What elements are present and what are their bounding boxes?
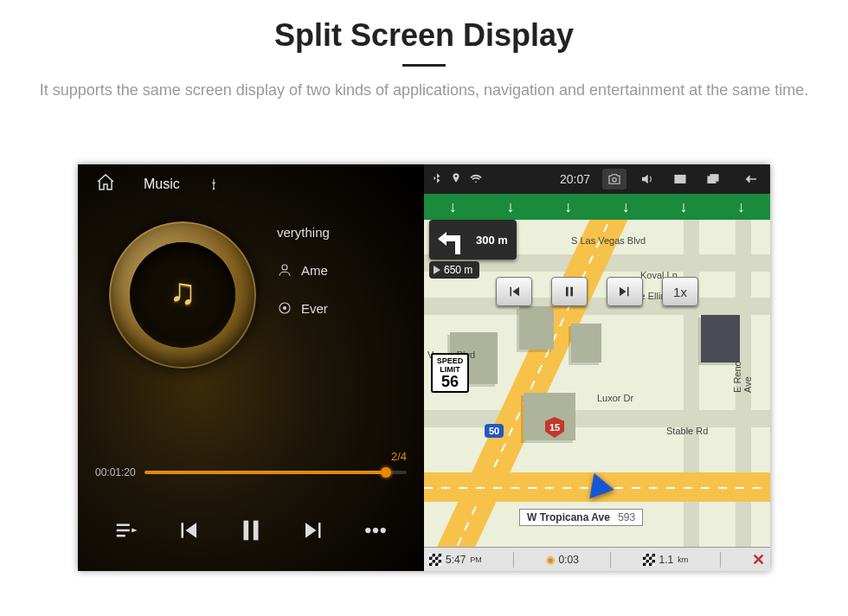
route-marker: 50 bbox=[485, 424, 504, 438]
trip-time: 0:03 bbox=[559, 554, 579, 566]
prev-track-button[interactable] bbox=[175, 517, 201, 547]
street-label: S Las Vegas Blvd bbox=[571, 235, 646, 246]
svg-point-7 bbox=[367, 529, 370, 532]
music-body: ♫ verything Ame Ever bbox=[78, 204, 424, 450]
svg-point-10 bbox=[455, 175, 457, 176]
svg-rect-16 bbox=[570, 287, 573, 297]
page-description: It supports the same screen display of t… bbox=[0, 79, 848, 102]
eta-time: 5:47 bbox=[446, 554, 466, 566]
track-title-row: verything bbox=[277, 213, 407, 251]
bottombar-separator bbox=[513, 552, 514, 568]
map-building bbox=[571, 324, 601, 363]
street-label: Stable Rd bbox=[666, 426, 708, 436]
turn-instruction: 300 m bbox=[429, 220, 517, 260]
destination-flag-icon bbox=[643, 554, 655, 566]
svg-rect-6 bbox=[254, 521, 259, 541]
music-source[interactable] bbox=[208, 178, 220, 190]
speed-limit-sign: SPEED LIMIT 56 bbox=[431, 353, 469, 393]
svg-point-1 bbox=[213, 188, 215, 189]
seek-bar[interactable] bbox=[145, 471, 407, 474]
overlay-pause-button[interactable] bbox=[551, 277, 588, 306]
trip-time-segment[interactable]: ◉ 0:03 bbox=[546, 554, 579, 566]
svg-point-8 bbox=[374, 529, 377, 532]
lane-arrow-icon: ↓ bbox=[449, 198, 457, 216]
bluetooth-icon bbox=[431, 172, 443, 187]
svg-rect-15 bbox=[566, 287, 569, 297]
statusbar-clock: 20:07 bbox=[560, 172, 594, 186]
seek-bar-knob[interactable] bbox=[381, 467, 391, 478]
disc-icon bbox=[277, 300, 292, 316]
lane-arrow-icon: ↓ bbox=[506, 198, 514, 216]
remaining-distance: 650 m bbox=[444, 264, 472, 276]
track-title: verything bbox=[277, 225, 330, 240]
screenshot-button[interactable] bbox=[602, 169, 626, 189]
svg-point-4 bbox=[284, 307, 286, 310]
street-label: E Reno Ave bbox=[732, 355, 753, 393]
track-index: 2/4 bbox=[95, 450, 407, 463]
svg-point-2 bbox=[282, 265, 287, 270]
bottombar-separator bbox=[610, 552, 611, 568]
eta-unit: PM bbox=[470, 555, 482, 564]
overlay-next-button[interactable] bbox=[607, 277, 643, 306]
satellite-icon: ◉ bbox=[546, 554, 555, 566]
playback-speed-value: 1x bbox=[673, 285, 687, 299]
close-app-button[interactable] bbox=[668, 169, 692, 189]
playlist-button[interactable] bbox=[113, 517, 139, 547]
more-button[interactable] bbox=[363, 517, 389, 547]
artist-name: Ame bbox=[301, 263, 328, 278]
music-controls bbox=[78, 493, 424, 571]
nav-bottom-bar: 5:47 PM ◉ 0:03 1.1 km ✕ bbox=[424, 547, 770, 571]
svg-point-9 bbox=[382, 529, 385, 532]
svg-rect-5 bbox=[243, 521, 248, 541]
location-icon bbox=[450, 172, 462, 187]
system-statusbar: 20:07 bbox=[424, 164, 770, 194]
lane-arrow-icon: ↓ bbox=[564, 198, 572, 216]
svg-rect-0 bbox=[213, 184, 214, 189]
lane-guidance-bar: ↓ ↓ ↓ ↓ ↓ ↓ bbox=[424, 194, 770, 220]
volume-button[interactable] bbox=[635, 169, 659, 189]
pause-button[interactable] bbox=[236, 516, 266, 549]
trip-distance-segment[interactable]: 1.1 km bbox=[643, 554, 689, 566]
lane-arrow-icon: ↓ bbox=[679, 198, 687, 216]
overlay-prev-button[interactable] bbox=[496, 277, 532, 306]
map-building bbox=[519, 306, 554, 350]
eta-segment[interactable]: 5:47 PM bbox=[429, 554, 482, 566]
person-icon bbox=[277, 262, 292, 278]
map-road bbox=[424, 410, 770, 427]
speed-limit-label: SPEED LIMIT bbox=[437, 356, 464, 374]
current-street-number: 593 bbox=[618, 511, 635, 523]
artist-row: Ame bbox=[277, 251, 407, 289]
page-title: Split Screen Display bbox=[0, 17, 848, 54]
music-topbar: Music bbox=[78, 164, 424, 204]
elapsed-time: 00:01:20 bbox=[95, 466, 136, 478]
split-screen-device: Music ♫ verything Ame Ever bbox=[78, 164, 770, 571]
street-label: Luxor Dr bbox=[597, 393, 633, 403]
album-row: Ever bbox=[277, 289, 407, 327]
remaining-distance-tag: 650 m bbox=[429, 261, 479, 279]
speed-limit-value: 56 bbox=[433, 374, 467, 389]
destination-flag-icon bbox=[429, 554, 441, 566]
svg-point-11 bbox=[613, 178, 617, 183]
back-button[interactable] bbox=[739, 169, 763, 189]
trip-distance-unit: km bbox=[678, 555, 688, 564]
album-art-dial: ♫ bbox=[109, 221, 256, 369]
current-street-name: W Tropicana Ave bbox=[527, 511, 610, 523]
nav-close-button[interactable]: ✕ bbox=[752, 550, 765, 569]
home-icon[interactable] bbox=[95, 172, 116, 196]
seek-bar-fill bbox=[145, 471, 386, 474]
current-street-banner: W Tropicana Ave 593 bbox=[519, 509, 643, 526]
music-note-icon: ♫ bbox=[169, 271, 196, 312]
turn-left-icon bbox=[434, 225, 469, 254]
music-app-label: Music bbox=[144, 176, 180, 192]
overlay-speed-button[interactable]: 1x bbox=[662, 277, 698, 306]
recent-apps-button[interactable] bbox=[701, 169, 725, 189]
bottombar-separator bbox=[720, 552, 721, 568]
svg-rect-14 bbox=[455, 235, 460, 254]
title-divider bbox=[402, 64, 446, 67]
lane-arrow-icon: ↓ bbox=[622, 198, 630, 216]
music-app-panel: Music ♫ verything Ame Ever bbox=[78, 164, 424, 571]
nav-media-overlay: 1x bbox=[496, 277, 698, 306]
next-track-button[interactable] bbox=[301, 517, 327, 547]
wifi-icon bbox=[469, 171, 483, 188]
turn-distance: 300 m bbox=[476, 234, 508, 247]
